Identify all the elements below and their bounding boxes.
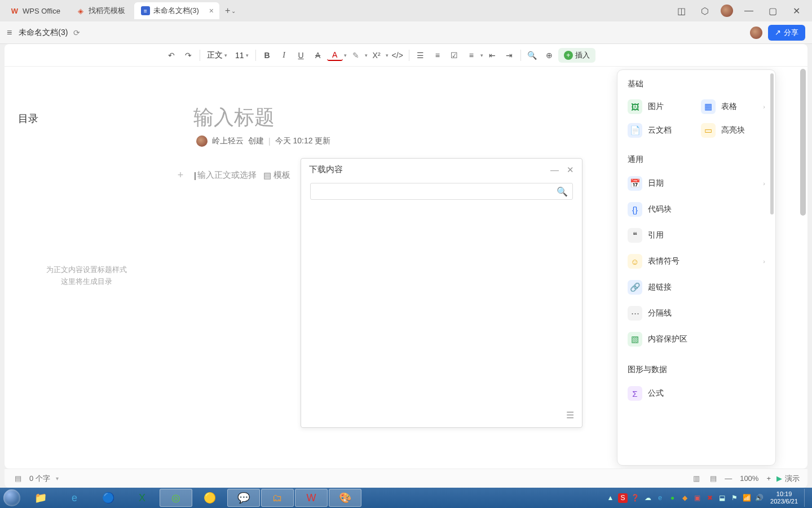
code-button[interactable]: </> [390, 47, 405, 63]
insert-button[interactable]: + 插入 [558, 48, 595, 63]
underline-button[interactable]: U [293, 47, 309, 63]
taskbar-folder2[interactable]: 🗂 [261, 489, 294, 507]
tray-icon[interactable]: e [655, 493, 665, 503]
checklist-button[interactable]: ☑ [447, 47, 462, 63]
tab-templates[interactable]: ◈ 找稻壳模板 [69, 2, 132, 19]
insert-highlight-block[interactable]: ▭高亮块 [696, 119, 770, 142]
insert-emoji[interactable]: ☺表情符号› [623, 248, 770, 274]
outline-toggle-button[interactable]: ▤ [12, 474, 24, 483]
add-block-button[interactable]: + [174, 169, 187, 181]
zoom-in-button[interactable]: + [766, 474, 771, 483]
paragraph-style-select[interactable]: 正文▾ [204, 50, 231, 60]
tray-icon[interactable]: ✖ [705, 493, 714, 503]
tray-icon[interactable]: ❓ [630, 493, 640, 503]
insert-protected-area[interactable]: ▧内容保护区 [623, 326, 770, 352]
insert-table[interactable]: ▦表格› [696, 95, 770, 119]
numbered-list-button[interactable]: ≡ [430, 47, 445, 63]
insert-code-block[interactable]: {}代码块 [623, 196, 770, 222]
download-search-input[interactable]: 🔍 [310, 183, 573, 200]
insert-formula[interactable]: Σ公式 [623, 380, 770, 406]
tray-network-icon[interactable]: 📶 [742, 493, 752, 503]
search-button[interactable]: 🔍 [524, 47, 540, 63]
tab-document-active[interactable]: ≡ 未命名文档(3) × [134, 2, 219, 19]
taskbar-clock[interactable]: 10:19 2023/6/21 [767, 491, 801, 505]
tray-icon[interactable]: ● [668, 493, 677, 503]
italic-button[interactable]: I [276, 47, 292, 63]
taskbar-media[interactable]: 🔵 [92, 489, 125, 507]
chevron-down-icon[interactable]: ▾ [344, 52, 347, 58]
chevron-down-icon[interactable]: ▾ [365, 52, 368, 58]
tray-icon[interactable]: ▲ [606, 493, 615, 503]
bold-button[interactable]: B [259, 47, 275, 63]
taskbar-chrome[interactable]: 🟡 [193, 489, 226, 507]
superscript-button[interactable]: X² [369, 47, 385, 63]
tab-wps-home[interactable]: W WPS Office [3, 2, 67, 19]
sync-icon[interactable]: ⟳ [73, 28, 80, 37]
comment-button[interactable]: ⊕ [541, 47, 557, 63]
tray-icon[interactable]: ◆ [680, 493, 690, 503]
align-button[interactable]: ≡ [464, 47, 479, 63]
present-button[interactable]: ▶ 演示 [776, 474, 800, 484]
show-desktop-button[interactable] [804, 489, 809, 507]
tray-icon[interactable]: S [618, 493, 628, 503]
panel-scrollbar[interactable] [770, 73, 774, 214]
user-avatar[interactable] [721, 5, 733, 17]
redo-button[interactable]: ↷ [180, 47, 196, 63]
tray-icon[interactable]: ⬓ [717, 493, 727, 503]
taskbar-wps[interactable]: W [295, 489, 328, 507]
font-color-button[interactable]: A [327, 50, 343, 61]
window-maximize-button[interactable]: ▢ [765, 3, 780, 19]
document-canvas[interactable]: 目录 为正文内容设置标题样式 这里将生成目录 输入标题 岭上轻云 创建 | 今天… [5, 67, 807, 468]
tab-close-button[interactable]: × [207, 6, 216, 15]
highlight-button[interactable]: ✎ [348, 47, 364, 63]
popup-close-button[interactable]: ✕ [567, 165, 574, 175]
insert-quote[interactable]: ❝引用 [623, 222, 770, 248]
taskbar-paint[interactable]: 🎨 [329, 489, 361, 507]
outdent-button[interactable]: ⇤ [484, 47, 500, 63]
cube-icon[interactable]: ⬡ [697, 3, 713, 19]
popup-list-icon[interactable]: ☰ [566, 410, 574, 421]
scrollbar-thumb[interactable] [800, 69, 806, 216]
document-title[interactable]: 未命名文档(3) [19, 28, 68, 38]
panel-icon[interactable]: ◫ [673, 3, 689, 19]
insert-image[interactable]: 🖼图片 [623, 95, 696, 119]
undo-button[interactable]: ↶ [164, 47, 179, 63]
tray-flag-icon[interactable]: ⚑ [730, 493, 739, 503]
insert-divider[interactable]: ⋯分隔线 [623, 300, 770, 326]
menu-button[interactable]: ≡ [7, 28, 12, 38]
word-count[interactable]: 0 个字 [29, 474, 50, 484]
template-button[interactable]: ▤ 模板 [263, 170, 290, 181]
insert-cloud-doc[interactable]: 📄云文档 [623, 119, 696, 142]
tray-icon[interactable]: ▣ [692, 493, 702, 503]
window-close-button[interactable]: ✕ [788, 3, 804, 19]
tray-volume-icon[interactable]: 🔊 [754, 493, 764, 503]
zoom-out-button[interactable]: — [725, 474, 732, 483]
zoom-level[interactable]: 100% [740, 474, 758, 483]
share-button[interactable]: ↗ 分享 [768, 25, 805, 41]
taskbar-wechat[interactable]: 💬 [227, 489, 260, 507]
tray-icon[interactable]: ☁ [643, 493, 652, 503]
view-mode-1[interactable]: ▥ [691, 474, 702, 483]
title-placeholder[interactable]: 输入标题 [193, 104, 275, 132]
indent-button[interactable]: ⇥ [501, 47, 517, 63]
taskbar-ie[interactable]: e [58, 489, 91, 507]
new-tab-button[interactable]: + ⌄ [222, 6, 239, 16]
popup-minimize-button[interactable]: — [550, 165, 559, 174]
vertical-scrollbar[interactable] [800, 69, 806, 466]
window-minimize-button[interactable]: — [741, 3, 757, 19]
insert-hyperlink[interactable]: 🔗超链接 [623, 274, 770, 300]
chevron-down-icon[interactable]: ▾ [480, 52, 483, 58]
body-placeholder-row[interactable]: + |输入正文或选择 ▤ 模板 [174, 169, 290, 181]
taskbar-360[interactable]: ◎ [160, 489, 192, 507]
chevron-down-icon[interactable]: ▾ [386, 52, 389, 58]
strikethrough-button[interactable]: A [310, 47, 326, 63]
bullet-list-button[interactable]: ☰ [413, 47, 429, 63]
collaborator-avatar[interactable] [750, 27, 762, 39]
view-mode-2[interactable]: ▤ [708, 474, 719, 483]
font-size-select[interactable]: 11▾ [232, 51, 252, 60]
start-button[interactable] [0, 488, 24, 508]
insert-date[interactable]: 📅日期› [623, 170, 770, 196]
chevron-down-icon[interactable]: ▾ [56, 475, 59, 481]
taskbar-excel[interactable]: X [126, 489, 158, 507]
taskbar-explorer[interactable]: 📁 [24, 489, 57, 507]
